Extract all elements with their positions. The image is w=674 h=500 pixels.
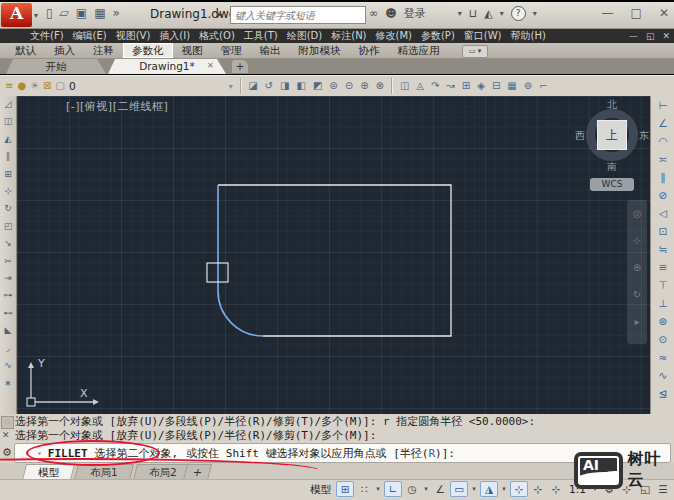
copy-icon[interactable]: ◫ bbox=[0, 113, 16, 130]
ribbon-tab-default[interactable]: 默认 bbox=[6, 43, 45, 58]
radius-constraint-icon[interactable]: ⊛ bbox=[651, 312, 674, 330]
vertical-constraint-icon[interactable]: ∠ bbox=[651, 114, 674, 132]
a360-caret-icon[interactable]: ▾ bbox=[500, 9, 504, 18]
parallel-constraint-icon[interactable]: ∥ bbox=[651, 168, 674, 186]
ribbon-tab-manage[interactable]: 管理 bbox=[212, 43, 251, 58]
menu-parametric[interactable]: 参数(P) bbox=[421, 29, 455, 43]
layer-unlock-icon[interactable]: ⊠ bbox=[41, 77, 53, 95]
rectangle-unselected-edges[interactable] bbox=[218, 185, 451, 336]
offset-icon[interactable]: ∥ bbox=[0, 148, 16, 165]
rotate-icon[interactable]: ↻ bbox=[0, 200, 16, 217]
user-icon[interactable]: ☻ bbox=[385, 7, 396, 20]
angular-constraint-icon[interactable]: ◁ bbox=[651, 204, 674, 222]
search-binoculars-icon[interactable]: ∞ bbox=[369, 7, 378, 20]
tangent-constraint-icon[interactable]: ◠ bbox=[651, 132, 674, 150]
layer-on-bulb-icon[interactable]: ● bbox=[15, 77, 28, 95]
doc-close-icon[interactable]: ✕ bbox=[662, 29, 670, 43]
doc-restore-icon[interactable]: ◱ bbox=[646, 29, 655, 43]
mirror-icon[interactable]: ◭ bbox=[0, 131, 16, 148]
qat-more-icon[interactable]: » bbox=[113, 6, 120, 20]
layer-unisolate-icon[interactable]: ◩ bbox=[309, 77, 325, 95]
doc-minimize-icon[interactable]: — bbox=[629, 29, 638, 43]
fillet-highlighted-edges[interactable] bbox=[218, 185, 263, 336]
open-file-icon[interactable]: ▱ bbox=[60, 6, 69, 20]
file-tab-close-icon[interactable]: ✕ bbox=[207, 61, 214, 70]
ribbon-tab-parametric[interactable]: 参数化 bbox=[123, 43, 173, 58]
blend-curves-icon[interactable]: ∿ bbox=[0, 357, 16, 374]
menu-format[interactable]: 格式(O) bbox=[199, 29, 235, 43]
drawing-canvas[interactable]: [-][俯视][二维线框] 北 南 西 东 上 WCS ◎⊹⊕↻▸ bbox=[17, 96, 650, 414]
polar-tracking-icon[interactable]: ◷ bbox=[404, 481, 420, 497]
menu-window[interactable]: 窗口(W) bbox=[464, 29, 502, 43]
erase-icon[interactable]: ◿ bbox=[0, 96, 16, 113]
polar-caret-icon[interactable]: ▾ bbox=[422, 481, 430, 497]
aligned-constraint-icon[interactable]: ⊡ bbox=[651, 222, 674, 240]
annotation-caret-icon[interactable]: ▾ bbox=[470, 481, 478, 497]
layer-properties-icon[interactable]: ≡ bbox=[3, 77, 15, 95]
show-constraints-icon[interactable]: ∿ bbox=[651, 366, 674, 384]
search-input[interactable] bbox=[231, 7, 365, 23]
signin-caret-icon[interactable]: ▾ bbox=[458, 9, 462, 18]
layer-freeze-sun-icon[interactable]: ☀ bbox=[28, 77, 41, 95]
diameter-constraint-icon[interactable]: ⊘ bbox=[651, 186, 674, 204]
annotation-visibility-icon[interactable]: ▭ bbox=[450, 481, 468, 497]
move-icon[interactable]: ⊹ bbox=[0, 183, 16, 200]
menu-help[interactable]: 帮助(H) bbox=[511, 29, 546, 43]
document-title[interactable]: Drawing1.dwg bbox=[150, 7, 236, 21]
isodraft-icon[interactable]: ∠ bbox=[432, 481, 448, 497]
show-hide-constraints-icon[interactable]: ⊚ bbox=[520, 77, 535, 95]
break-icon[interactable]: ⊶ bbox=[0, 287, 16, 304]
prompt-option-radius[interactable]: R bbox=[428, 447, 435, 460]
layer-state-icon[interactable]: ◨ bbox=[276, 77, 292, 95]
ribbon-tab-featured[interactable]: 精选应用 bbox=[389, 43, 449, 58]
menu-tools[interactable]: 工具(T) bbox=[244, 29, 278, 43]
signin-button[interactable]: 登录 bbox=[404, 6, 426, 21]
save-as-icon[interactable]: ▦ bbox=[94, 6, 105, 20]
autoscale-caret-icon[interactable]: ▾ bbox=[500, 481, 508, 497]
equal-constraint-icon[interactable]: ≒ bbox=[651, 240, 674, 258]
layer-lock-tool-icon[interactable]: ⊕ bbox=[357, 77, 372, 95]
layer-previous-icon[interactable]: ↺ bbox=[261, 77, 276, 95]
ribbon-tab-collaborate[interactable]: 协作 bbox=[350, 43, 389, 58]
layer-combo-caret-icon[interactable]: ▾ bbox=[226, 82, 236, 91]
perpendicular-constraint-icon[interactable]: ⊥ bbox=[651, 294, 674, 312]
layer-unlock-tool-icon[interactable]: ⊗ bbox=[372, 77, 387, 95]
constraint-settings-icon[interactable]: ◈ bbox=[474, 77, 489, 95]
selection-cycling-icon[interactable]: ⊹ bbox=[510, 481, 528, 497]
symmetric-constraint-icon[interactable]: ≍ bbox=[651, 150, 674, 168]
layer-isolate-icon[interactable]: ◧ bbox=[293, 77, 309, 95]
new-drawing-tab-button[interactable]: + bbox=[232, 60, 248, 73]
group-icon[interactable]: ◫ bbox=[396, 77, 412, 95]
measure-icon[interactable]: ↷ bbox=[428, 77, 443, 95]
smooth-constraint-icon[interactable]: ≈ bbox=[651, 348, 674, 366]
annotation-monitor-icon[interactable]: ⊹ bbox=[548, 481, 564, 497]
ortho-icon[interactable]: ∟ bbox=[384, 481, 402, 497]
concentric-constraint-icon[interactable]: ⊙ bbox=[651, 330, 674, 348]
snap-icon[interactable]: ∷ bbox=[356, 481, 372, 497]
minimize-icon[interactable]: — bbox=[602, 6, 614, 20]
fix-constraint-icon[interactable]: ⊤ bbox=[651, 276, 674, 294]
ribbon-tab-addins[interactable]: 附加模块 bbox=[290, 43, 350, 58]
document-title-caret-icon[interactable]: ▸ bbox=[218, 9, 223, 19]
ribbon-tab-view[interactable]: 视图 bbox=[173, 43, 212, 58]
join-icon[interactable]: ⊷ bbox=[0, 305, 16, 322]
menu-edit[interactable]: 编辑(E) bbox=[73, 29, 107, 43]
grid-icon[interactable]: ⊞ bbox=[336, 481, 354, 497]
save-icon[interactable]: ▣ bbox=[76, 6, 87, 20]
autoscale-icon[interactable]: ◮ bbox=[480, 481, 498, 497]
polyline-edit-icon[interactable]: ↝ bbox=[443, 77, 458, 95]
file-tab-start[interactable]: 开始 bbox=[6, 59, 106, 74]
maximize-icon[interactable]: □ bbox=[631, 6, 642, 20]
snap-caret-icon[interactable]: ▾ bbox=[374, 481, 382, 497]
new-file-icon[interactable]: ▯ bbox=[46, 6, 53, 20]
explode-icon[interactable]: ∗ bbox=[0, 375, 16, 392]
chamfer-icon[interactable]: ◣ bbox=[0, 322, 16, 339]
layer-freeze-icon[interactable]: ⊜ bbox=[326, 77, 341, 95]
app-store-cart-icon[interactable]: ⊔ bbox=[469, 7, 478, 20]
command-window-close-icon[interactable]: ✕ bbox=[2, 430, 10, 440]
parameters-manager-icon[interactable]: ▦ bbox=[504, 77, 520, 95]
ribbon-tab-annotate[interactable]: 注释 bbox=[84, 43, 123, 58]
layer-off-icon[interactable]: ⊝ bbox=[341, 77, 356, 95]
horizontal-constraint-icon[interactable]: ⊢ bbox=[651, 96, 674, 114]
layer-color-swatch[interactable]: ▢ bbox=[53, 77, 66, 95]
